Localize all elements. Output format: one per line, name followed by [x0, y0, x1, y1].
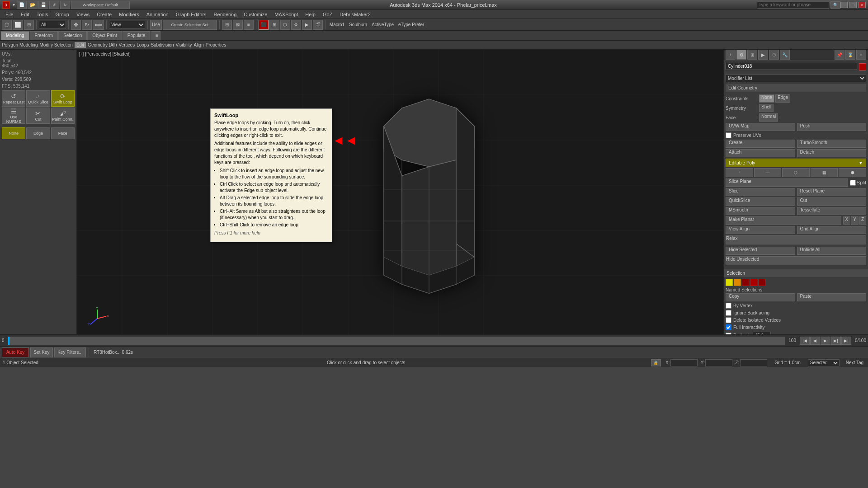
swift-loop-btn[interactable]: ⟳ Swift Loop	[51, 90, 75, 107]
align-btn[interactable]: ⊠	[233, 20, 243, 30]
by-vertex-checkbox[interactable]	[726, 303, 731, 309]
sel-dot5[interactable]	[758, 279, 765, 286]
delete-isolated-checkbox[interactable]	[726, 317, 731, 323]
utilities-icon[interactable]: 🔧	[780, 50, 790, 60]
timeline-track[interactable]	[8, 337, 785, 345]
border-subobj-btn[interactable]: ⬡	[782, 168, 810, 177]
motion-icon[interactable]: ▶	[758, 50, 768, 60]
create-tab-icon[interactable]: +	[726, 50, 736, 60]
menu-group[interactable]: Group	[52, 11, 73, 18]
split-checkbox-area[interactable]: Split	[850, 180, 866, 186]
paint-connect-btn[interactable]: 🖌 Paint Conn.	[51, 108, 75, 124]
rotate-btn[interactable]: ↻	[82, 20, 92, 30]
x-axis-btn[interactable]: X	[843, 216, 851, 225]
menu-tools[interactable]: Tools	[33, 11, 52, 18]
render-btn[interactable]: ▶	[302, 20, 312, 30]
minimize-button[interactable]: _	[840, 2, 848, 8]
create-btn[interactable]: Create	[726, 140, 795, 148]
menu-help[interactable]: Help	[302, 11, 319, 18]
menu-goz[interactable]: GoZ	[319, 11, 336, 18]
z-axis-btn[interactable]: Z	[859, 216, 866, 225]
relax-btn[interactable]: Relax	[726, 235, 866, 244]
y-coord[interactable]	[705, 359, 732, 366]
cut-btn-rp[interactable]: Cut	[797, 197, 867, 206]
attach-btn[interactable]: Attach	[726, 149, 795, 157]
tab-selection[interactable]: Selection	[58, 31, 87, 40]
cut-btn[interactable]: ✂ Cut	[26, 108, 50, 124]
display-icon[interactable]: ☉	[769, 50, 779, 60]
tessellate-btn[interactable]: Tessellate	[797, 207, 867, 215]
copy-btn-sel[interactable]: Copy	[726, 293, 795, 301]
hierarchy-icon[interactable]: ⊞	[747, 50, 757, 60]
slice-btn[interactable]: Slice	[726, 188, 795, 196]
detach-btn[interactable]: Detach	[797, 149, 867, 157]
sel-dot1[interactable]	[726, 279, 733, 286]
normal-btn[interactable]: Normal	[759, 113, 778, 122]
constraint-edge-radio[interactable]: Edge	[775, 94, 790, 103]
layer-btn[interactable]: ≡	[244, 20, 254, 30]
render-frame-btn[interactable]: 🎬	[313, 20, 323, 30]
search-input[interactable]	[757, 1, 829, 9]
sel-dot3[interactable]	[742, 279, 749, 286]
scale-btn[interactable]: ⟺	[93, 20, 104, 30]
grid-align-btn[interactable]: Grid Align	[797, 226, 867, 234]
msmooth-btn[interactable]: MSmooth	[726, 207, 795, 215]
menu-file[interactable]: File	[2, 11, 17, 18]
play-btn[interactable]: ▶	[821, 337, 830, 345]
next-frame-btn[interactable]: ▶|	[831, 337, 841, 345]
sel-dot2[interactable]	[734, 279, 741, 286]
select-move-btn[interactable]: ✥	[71, 20, 81, 30]
menu-maxscript[interactable]: MAXScript	[271, 11, 302, 18]
render-setup-btn[interactable]: ⚙	[291, 20, 301, 30]
turbo-smooth-btn[interactable]: TurboSmooth	[797, 140, 867, 148]
maximize-button[interactable]: □	[849, 2, 857, 8]
shell-btn[interactable]: Shell	[759, 104, 774, 112]
modifier-list-dropdown[interactable]: Modifier List	[726, 74, 866, 82]
auto-key-mode-dropdown[interactable]: Selected	[808, 359, 840, 366]
workspace-dropdown[interactable]: Workspace: Default	[71, 1, 130, 9]
pin-icon[interactable]: 📌	[835, 50, 844, 60]
quick-slice-btn[interactable]: ⟋ Quick Slice	[26, 90, 50, 107]
edit-label[interactable]: Edit	[75, 42, 86, 48]
preserve-uvs-checkbox[interactable]	[726, 132, 731, 138]
element-subobj-btn[interactable]: ⬢	[839, 168, 866, 177]
slice-plane-btn[interactable]: Slice Plane	[726, 178, 848, 187]
hide-unselected-btn[interactable]: Hide Unselected	[726, 256, 866, 265]
make-planar-btn[interactable]: Make Planar	[726, 216, 841, 225]
new-icon[interactable]: 📄	[17, 1, 27, 9]
sel-dot4[interactable]	[750, 279, 757, 286]
edit-geometry-header[interactable]: Edit Geometry	[726, 84, 866, 92]
tab-freeform[interactable]: Freeform	[30, 31, 58, 40]
paste-btn-sel[interactable]: Paste	[797, 293, 867, 301]
window-controls[interactable]: _ □ ×	[840, 2, 866, 8]
x-coord[interactable]	[670, 359, 698, 366]
tab-populate[interactable]: Populate	[123, 31, 150, 40]
poly-subobj-btn[interactable]: ▦	[811, 168, 838, 177]
unhide-all-btn[interactable]: Unhide All	[797, 247, 867, 255]
undo-icon[interactable]: ↺	[49, 1, 59, 9]
face-btn-left[interactable]: Face	[51, 127, 75, 139]
viewport[interactable]: [+] [Perspective] [Shaded]	[77, 50, 723, 334]
schematic-view-btn[interactable]: ⊞	[269, 20, 279, 30]
material-editor-btn[interactable]: ⬡	[280, 20, 290, 30]
vertex-subobj-btn[interactable]: ·	[726, 168, 753, 177]
y-axis-btn[interactable]: Y	[851, 216, 859, 225]
selection-set-dropdown[interactable]: Create Selection Set	[163, 20, 217, 30]
view-align-btn[interactable]: View Align	[726, 226, 795, 234]
z-coord[interactable]	[740, 359, 767, 366]
none-btn[interactable]: None	[2, 127, 25, 139]
open-icon[interactable]: 📂	[28, 1, 38, 9]
tab-object-paint[interactable]: Object Paint	[87, 31, 122, 40]
ignore-backfacing-checkbox[interactable]	[726, 310, 731, 316]
object-name-input[interactable]	[726, 62, 857, 70]
menu-customize[interactable]: Customize	[240, 11, 271, 18]
menu-rendering[interactable]: Rendering	[210, 11, 241, 18]
auto-key-btn[interactable]: Auto Key	[2, 347, 29, 357]
constraint-none-radio[interactable]: None	[759, 94, 774, 103]
redo-icon[interactable]: ↻	[60, 1, 70, 9]
full-interactivity-checkbox[interactable]	[726, 324, 731, 330]
menu-animation[interactable]: Animation	[143, 11, 172, 18]
split-checkbox[interactable]	[850, 180, 856, 186]
save-icon[interactable]: 💾	[38, 1, 48, 9]
select-region-btn[interactable]: ⬜	[13, 20, 23, 30]
